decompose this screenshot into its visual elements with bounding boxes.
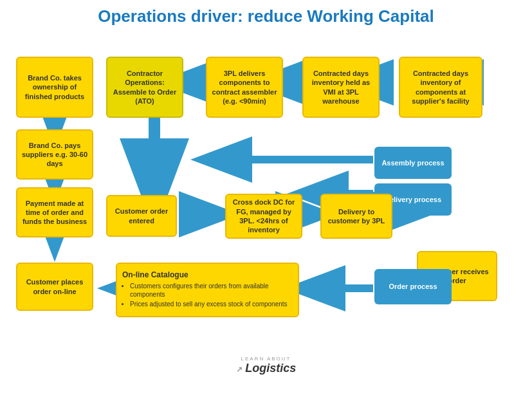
- brand-co-box: Brand Co. takes ownership of finished pr…: [16, 57, 93, 118]
- contracted-vmi-box: Contracted days inventory held as VMI at…: [302, 57, 380, 118]
- customer-places-box: Customer places order on-line: [16, 263, 93, 311]
- online-catalogue-bullets: Customers configures their orders from a…: [122, 282, 293, 310]
- bullet-1: Customers configures their orders from a…: [130, 282, 293, 299]
- logo-small-text: LEARN ABOUT: [236, 356, 296, 362]
- logo-area: LEARN ABOUT ↗ Logistics: [236, 356, 296, 375]
- page-container: Operations driver: reduce Working Capita…: [0, 0, 532, 399]
- order-process-box: Order process: [374, 269, 452, 304]
- online-catalogue-box: On-line Catalogue Customers configures t…: [116, 263, 299, 317]
- diagram-area: Brand Co. takes ownership of finished pr…: [6, 34, 526, 375]
- payment-box: Payment made at time of order and funds …: [16, 187, 93, 237]
- 3pl-delivers-box: 3PL delivers components to contract asse…: [206, 57, 283, 118]
- logo-main-text: ↗ Logistics: [236, 362, 296, 375]
- customer-order-box: Customer order entered: [106, 195, 177, 237]
- online-catalogue-title: On-line Catalogue: [122, 270, 188, 281]
- assembly-process-box: Assembly process: [374, 147, 452, 179]
- delivery-customer-box: Delivery to customer by 3PL: [320, 194, 392, 239]
- cross-dock-box: Cross dock DC for FG, managed by 3PL. <2…: [225, 194, 302, 239]
- contracted-supplier-box: Contracted days inventory of components …: [399, 57, 482, 118]
- page-title: Operations driver: reduce Working Capita…: [6, 6, 526, 26]
- brand-pays-box: Brand Co. pays suppliers e.g. 30-60 days: [16, 129, 93, 180]
- contractor-box: Contractor Operations: Assemble to Order…: [106, 57, 183, 118]
- bullet-2: Prices adjusted to sell any excess stock…: [130, 300, 293, 308]
